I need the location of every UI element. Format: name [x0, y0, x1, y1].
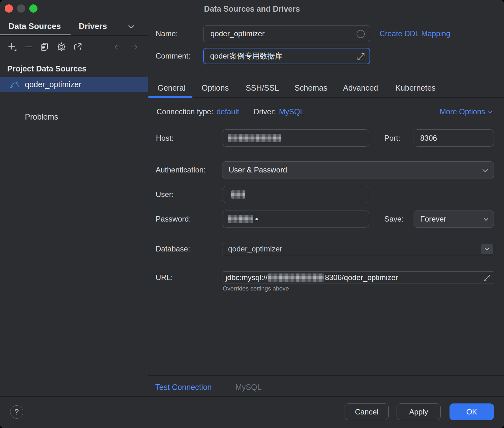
connection-type-value-link[interactable]: default: [216, 107, 239, 116]
cancel-button[interactable]: Cancel: [345, 403, 389, 420]
save-select[interactable]: Forever: [414, 211, 494, 228]
active-tab-indicator: [0, 34, 71, 35]
url-caption: Overrides settings above: [223, 285, 289, 292]
remove-icon[interactable]: [24, 42, 33, 52]
tab-data-sources[interactable]: Data Sources: [9, 18, 61, 35]
apply-rest: pply: [414, 408, 428, 416]
database-value: qoder_optimizer: [228, 245, 282, 253]
expand-icon[interactable]: [483, 274, 491, 282]
title-bar: Data Sources and Drivers: [0, 0, 504, 18]
user-input[interactable]: [222, 186, 369, 203]
tab-general[interactable]: General: [158, 79, 186, 97]
chevron-down-icon: [488, 110, 493, 114]
sidebar-item-problems[interactable]: Problems: [25, 112, 58, 121]
url-suffix: 8306/qoder_optimizer: [325, 273, 398, 282]
database-dropdown-button[interactable]: [481, 244, 493, 254]
footer: ? Cancel Apply OK: [0, 397, 504, 428]
redacted-user-value: [231, 190, 245, 199]
test-connection-link[interactable]: Test Connection: [155, 380, 212, 394]
open-in-new-icon[interactable]: [73, 42, 83, 52]
connection-type-label: Connection type:: [157, 107, 213, 116]
authentication-label: Authentication:: [156, 161, 206, 178]
comment-value: qoder案例专用数据库: [210, 51, 282, 61]
tab-advanced[interactable]: Advanced: [343, 79, 378, 97]
main-panel: Name: qoder_optimizer Create DDL Mapping…: [148, 18, 504, 397]
redacted-host-value: [228, 134, 281, 142]
redacted-url-host: [268, 273, 324, 282]
chevron-down-icon: [482, 169, 488, 172]
apply-mnemonic: A: [409, 408, 414, 416]
gear-icon[interactable]: [57, 42, 66, 52]
comment-label: Comment:: [156, 48, 191, 64]
port-input[interactable]: 8306: [414, 129, 494, 147]
sidebar-divider: [5, 101, 140, 101]
host-label: Host:: [156, 129, 174, 147]
save-label: Save:: [384, 211, 404, 228]
spinner-circle-icon: [357, 30, 365, 38]
chevron-down-icon: [484, 247, 490, 251]
url-prefix: jdbc:mysql://: [226, 273, 267, 282]
status-strip-divider: [148, 375, 504, 376]
tab-schemas[interactable]: Schemas: [295, 79, 327, 97]
mysql-dolphin-icon: [10, 80, 20, 90]
driver-status-label: MySQL: [235, 380, 261, 394]
chevron-down-icon[interactable]: [127, 24, 136, 30]
user-label: User:: [156, 186, 174, 203]
sidebar: Data Sources Drivers Project: [0, 18, 148, 397]
connection-type-row: Connection type: default Driver: MySQL: [157, 107, 304, 116]
project-data-sources-header: Project Data Sources: [7, 64, 87, 73]
port-value: 8306: [420, 134, 437, 143]
tab-divider: [148, 97, 504, 98]
driver-label: Driver:: [254, 107, 276, 116]
create-ddl-mapping-link[interactable]: Create DDL Mapping: [380, 25, 450, 42]
name-value: qoder_optimizer: [210, 29, 265, 38]
url-label: URL:: [156, 271, 173, 284]
redacted-password-value: [228, 215, 253, 223]
url-input[interactable]: jdbc:mysql:// 8306/qoder_optimizer: [222, 271, 494, 284]
data-sources-dialog: Data Sources and Drivers Data Sources Dr…: [0, 0, 504, 428]
tab-options[interactable]: Options: [202, 79, 229, 97]
name-label: Name:: [156, 25, 178, 42]
chevron-down-icon: [484, 218, 489, 221]
save-value: Forever: [420, 215, 446, 223]
ok-button[interactable]: OK: [450, 403, 494, 420]
name-input[interactable]: qoder_optimizer: [203, 25, 370, 42]
sidebar-tab-strip: Data Sources Drivers: [0, 18, 148, 36]
host-input[interactable]: [222, 129, 369, 147]
apply-button[interactable]: Apply: [397, 403, 441, 420]
database-label: Database:: [156, 243, 190, 255]
driver-value-link[interactable]: MySQL: [279, 107, 304, 116]
help-icon[interactable]: ?: [10, 405, 23, 419]
active-tab-underline: [148, 96, 192, 98]
window-title: Data Sources and Drivers: [0, 0, 504, 18]
comment-input[interactable]: qoder案例专用数据库: [203, 48, 370, 64]
more-options-label: More Options: [440, 107, 485, 116]
tab-drivers[interactable]: Drivers: [79, 18, 107, 35]
data-source-name: qoder_optimizer: [25, 80, 81, 89]
back-arrow-icon[interactable]: [113, 42, 123, 52]
more-options-link[interactable]: More Options: [440, 107, 493, 116]
database-combobox[interactable]: qoder_optimizer: [222, 243, 494, 255]
duplicate-icon[interactable]: [40, 42, 49, 52]
forward-arrow-icon[interactable]: [129, 42, 139, 52]
password-label: Password:: [156, 211, 191, 228]
add-icon[interactable]: [8, 42, 17, 52]
authentication-select[interactable]: User & Password: [222, 161, 494, 178]
password-input[interactable]: •: [222, 211, 369, 228]
sidebar-item-qoder-optimizer[interactable]: qoder_optimizer: [0, 77, 148, 92]
expand-icon[interactable]: [357, 53, 365, 61]
tab-kubernetes[interactable]: Kubernetes: [395, 79, 436, 97]
authentication-value: User & Password: [229, 166, 287, 174]
port-label: Port:: [384, 129, 400, 147]
tab-ssh-ssl[interactable]: SSH/SSL: [246, 79, 279, 97]
password-bullet: •: [255, 214, 258, 224]
